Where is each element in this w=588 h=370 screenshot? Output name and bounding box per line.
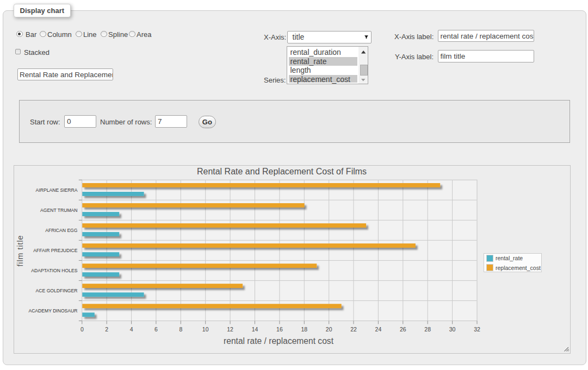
svg-text:AGENT TRUMAN: AGENT TRUMAN xyxy=(40,208,77,213)
svg-text:14: 14 xyxy=(251,326,258,333)
svg-text:AFFAIR PREJUDICE: AFFAIR PREJUDICE xyxy=(33,248,77,253)
svg-text:24: 24 xyxy=(375,326,381,333)
svg-text:6: 6 xyxy=(154,326,157,333)
svg-text:2: 2 xyxy=(105,326,108,333)
svg-text:AFRICAN EGG: AFRICAN EGG xyxy=(45,228,78,233)
svg-text:32: 32 xyxy=(474,326,480,333)
svg-text:12: 12 xyxy=(227,326,233,333)
svg-text:10: 10 xyxy=(202,326,208,333)
svg-text:18: 18 xyxy=(301,326,307,333)
svg-text:rental_rate: rental_rate xyxy=(496,255,523,261)
svg-text:ACADEMY DINOSAUR: ACADEMY DINOSAUR xyxy=(28,308,77,313)
svg-text:20: 20 xyxy=(325,326,332,333)
svg-text:30: 30 xyxy=(449,326,455,333)
svg-text:Rental Rate and Replacement Co: Rental Rate and Replacement Cost of Film… xyxy=(196,167,366,176)
svg-text:ADAPTATION HOLES: ADAPTATION HOLES xyxy=(31,268,77,273)
svg-text:8: 8 xyxy=(179,326,182,333)
svg-text:ACE GOLDFINGER: ACE GOLDFINGER xyxy=(35,288,77,293)
svg-text:22: 22 xyxy=(350,326,357,333)
svg-text:rental rate / replacement cost: rental rate / replacement cost xyxy=(224,336,334,346)
svg-text:26: 26 xyxy=(399,326,406,333)
svg-text:replacement_cost: replacement_cost xyxy=(496,265,541,271)
svg-text:28: 28 xyxy=(424,326,431,333)
svg-text:AIRPLANE SIERRA: AIRPLANE SIERRA xyxy=(35,187,77,193)
svg-text:16: 16 xyxy=(276,326,283,333)
svg-text:4: 4 xyxy=(129,326,133,333)
svg-text:film title: film title xyxy=(16,235,24,266)
svg-text:0: 0 xyxy=(80,326,83,333)
